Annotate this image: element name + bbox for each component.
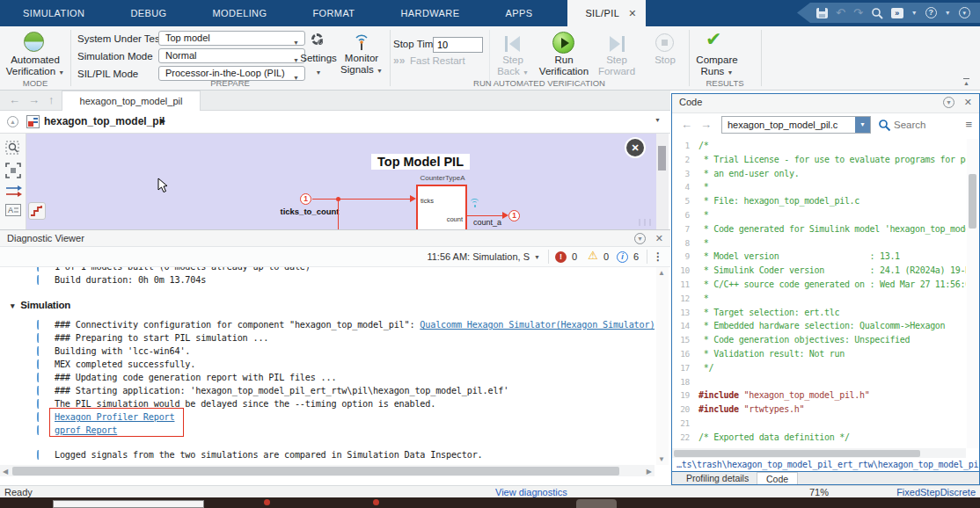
compare-signals-icon[interactable] bbox=[5, 185, 23, 197]
breadcrumb-dropdown-icon[interactable]: ▼ bbox=[655, 117, 661, 123]
log-section-header[interactable]: ▾Simulation bbox=[0, 298, 655, 313]
breadcrumb[interactable]: hexagon_top_model_pil bbox=[44, 115, 165, 127]
collapse-marker-icon[interactable] bbox=[37, 412, 40, 422]
counter-block[interactable]: ticks count bbox=[416, 185, 467, 229]
taskbar-app-icon[interactable] bbox=[373, 499, 379, 505]
nav-back-icon[interactable]: ← bbox=[681, 118, 692, 131]
outport-block[interactable]: 1 bbox=[508, 210, 520, 221]
zoom-region-icon[interactable] bbox=[5, 141, 21, 156]
log-link[interactable]: Qualcomm Hexagon Simulator(Hexagon Simul… bbox=[420, 320, 655, 330]
settings-button[interactable] bbox=[311, 33, 323, 45]
menu-tab-hardware[interactable]: HARDWARE bbox=[377, 0, 482, 26]
output-signal-line[interactable] bbox=[467, 215, 506, 216]
collapse-marker-icon[interactable] bbox=[37, 275, 40, 285]
taskbar-app-icon[interactable] bbox=[576, 499, 617, 508]
stop-time-input[interactable] bbox=[433, 37, 483, 53]
tab-sil-pil[interactable]: SIL/PIL ✕ bbox=[567, 0, 646, 26]
favorites-dropdown-icon[interactable]: ▼ bbox=[911, 10, 918, 16]
signal-line[interactable] bbox=[312, 199, 413, 200]
monitor-signals-button[interactable]: Monitor Signals ▼ bbox=[339, 53, 384, 76]
menu-tab-apps[interactable]: APPS bbox=[482, 0, 555, 26]
inport-block[interactable]: 1 bbox=[300, 193, 311, 205]
search-icon[interactable] bbox=[871, 7, 883, 19]
signal-logging-icon[interactable] bbox=[469, 199, 479, 207]
model-canvas[interactable]: Top Model PIL 1 ticks_to_count CounterTy… bbox=[26, 134, 656, 229]
file-selector[interactable]: hexagon_top_model_pil.c ▼ bbox=[721, 116, 871, 134]
collapse-marker-icon[interactable] bbox=[37, 450, 40, 460]
step-forward-icon[interactable] bbox=[607, 33, 626, 54]
minimize-panel-icon[interactable]: ▼ bbox=[943, 97, 954, 108]
search-input[interactable] bbox=[894, 116, 957, 134]
settings-dropdown-icon[interactable]: ▼ bbox=[296, 67, 341, 78]
undo-icon[interactable]: ↶ bbox=[836, 7, 845, 18]
canvas-scrollbar[interactable] bbox=[656, 134, 669, 229]
code-editor[interactable]: 1/*2 * Trial License - for use to evalua… bbox=[672, 139, 966, 448]
scrollbar-thumb[interactable] bbox=[969, 174, 976, 229]
menu-tab-modeling[interactable]: MODELING bbox=[190, 0, 290, 26]
nav-forward-icon[interactable]: → bbox=[28, 93, 40, 106]
scroll-down-icon[interactable]: ▼ bbox=[658, 455, 665, 463]
scrollbar-thumb[interactable] bbox=[674, 450, 920, 457]
close-icon[interactable]: ✕ bbox=[964, 97, 972, 108]
collapse-marker-icon[interactable] bbox=[37, 425, 40, 435]
minimize-ribbon-icon[interactable]: ▼ bbox=[959, 7, 970, 18]
collapse-ribbon-icon[interactable]: ▲ bbox=[963, 78, 969, 86]
nav-back-icon[interactable]: ← bbox=[9, 93, 20, 106]
toggle-browser-icon[interactable]: ▲ bbox=[7, 116, 18, 127]
annotation-icon[interactable]: A bbox=[5, 204, 21, 216]
more-options-icon[interactable]: ⋮ bbox=[653, 250, 663, 263]
menu-tab-simulation[interactable]: SIMULATION bbox=[0, 0, 107, 26]
simulation-mode-select[interactable]: Normal▼ bbox=[158, 48, 305, 63]
collapse-marker-icon[interactable] bbox=[37, 333, 40, 343]
scrollbar-thumb[interactable] bbox=[658, 146, 666, 171]
scroll-up-icon[interactable]: ▲ bbox=[658, 269, 665, 277]
signal-name-label[interactable]: count_a bbox=[473, 218, 501, 227]
resize-grip[interactable] bbox=[639, 219, 653, 226]
system-under-test-select[interactable]: Top model▼ bbox=[158, 31, 305, 46]
collapse-marker-icon[interactable] bbox=[37, 320, 40, 330]
solver-name[interactable]: FixedStepDiscrete bbox=[896, 487, 976, 497]
compare-runs-icon[interactable]: ✔ bbox=[706, 28, 721, 51]
data-inspector-badge[interactable] bbox=[28, 202, 46, 220]
close-icon[interactable]: ✕ bbox=[628, 8, 637, 19]
collapse-marker-icon[interactable] bbox=[37, 267, 40, 272]
nav-up-icon[interactable]: ↑ bbox=[48, 93, 55, 106]
scroll-right-icon[interactable]: ▶ bbox=[647, 468, 652, 475]
scrollbar-thumb[interactable] bbox=[12, 467, 619, 475]
menu-tab-format[interactable]: FORMAT bbox=[289, 0, 377, 26]
help-icon[interactable]: ? bbox=[925, 7, 937, 18]
model-title-annotation[interactable]: Top Model PIL bbox=[371, 154, 470, 170]
view-diagnostics-link[interactable]: View diagnostics bbox=[495, 487, 567, 497]
chevron-down-icon[interactable]: ▼ bbox=[534, 254, 540, 260]
compare-runs-button[interactable]: Compare Runs ▼ bbox=[691, 54, 742, 78]
settings-label[interactable]: Settings bbox=[296, 53, 341, 64]
help-dropdown-icon[interactable]: ▼ bbox=[945, 10, 951, 16]
fast-restart-label[interactable]: Fast Restart bbox=[410, 55, 465, 66]
collapse-marker-icon[interactable] bbox=[37, 346, 40, 356]
taskbar-app-icon[interactable] bbox=[264, 499, 270, 505]
monitor-signals-icon[interactable] bbox=[352, 32, 371, 51]
close-icon[interactable]: ✕ bbox=[655, 233, 663, 244]
close-overlay-button[interactable]: ✕ bbox=[625, 137, 646, 158]
tab-profiling-details[interactable]: Profiling details bbox=[677, 472, 757, 484]
code-vscrollbar[interactable] bbox=[967, 139, 978, 448]
collapse-caret-icon[interactable]: ▾ bbox=[11, 301, 14, 310]
hamburger-menu-icon[interactable]: ≡ bbox=[965, 118, 972, 131]
run-verification-button[interactable] bbox=[552, 32, 574, 54]
save-icon[interactable] bbox=[816, 8, 828, 18]
collapse-marker-icon[interactable] bbox=[37, 373, 40, 382]
minimize-panel-icon[interactable]: ▼ bbox=[634, 233, 646, 244]
code-search[interactable] bbox=[894, 116, 957, 134]
step-back-icon[interactable] bbox=[503, 33, 523, 54]
tab-code[interactable]: Code bbox=[757, 472, 798, 484]
signal-branch-line[interactable] bbox=[338, 199, 339, 229]
run-verification-label[interactable]: Run Verification bbox=[535, 54, 593, 77]
diagnostic-hscrollbar[interactable]: ◀ ▶ bbox=[0, 465, 655, 476]
favorites-icon[interactable]: » bbox=[891, 8, 903, 18]
document-tab[interactable]: hexagon_top_model_pil bbox=[62, 91, 201, 111]
taskbar-search-box[interactable] bbox=[53, 500, 204, 508]
nav-forward-icon[interactable]: → bbox=[700, 118, 712, 131]
run-selector[interactable]: 11:56 AM: Simulation, S bbox=[427, 251, 530, 262]
inport-label[interactable]: ticks_to_count bbox=[257, 207, 362, 216]
collapse-marker-icon[interactable] bbox=[37, 359, 40, 369]
